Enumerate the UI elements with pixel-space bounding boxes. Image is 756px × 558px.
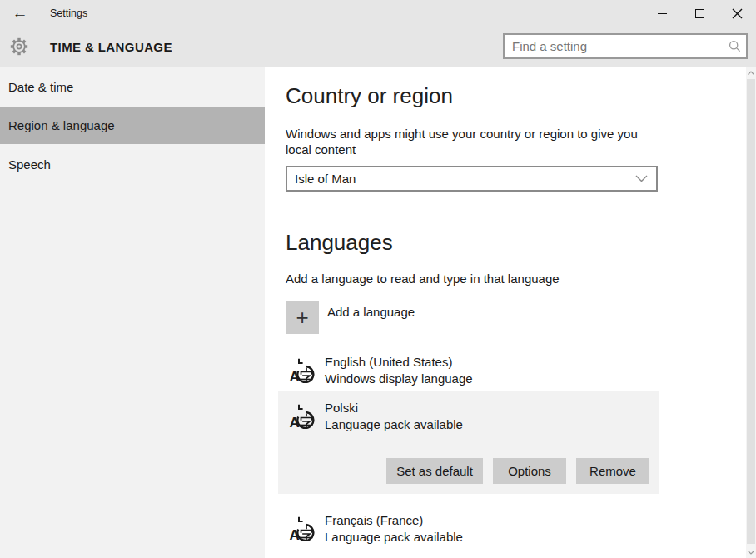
vertical-scrollbar[interactable] (746, 67, 756, 558)
language-icon: A (288, 353, 316, 383)
sidebar-item-label: Region & language (8, 118, 115, 132)
svg-text:A: A (290, 527, 300, 541)
language-status: Windows display language (325, 371, 473, 387)
options-button[interactable]: Options (493, 458, 566, 484)
language-actions: Set as default Options Remove (386, 458, 649, 484)
language-name: Polski (325, 400, 463, 416)
close-icon (732, 8, 743, 19)
sidebar: Date & time Region & language Speech (0, 67, 265, 558)
set-as-default-button[interactable]: Set as default (386, 458, 483, 484)
remove-button[interactable]: Remove (576, 458, 649, 484)
sidebar-item-speech[interactable]: Speech (0, 144, 265, 184)
language-row-polski[interactable]: A Polski Language pack available (278, 391, 659, 494)
sidebar-item-date-time[interactable]: Date & time (0, 67, 265, 107)
language-icon: A (288, 511, 316, 541)
language-icon: A (288, 399, 316, 429)
page-title: TIME & LANGUAGE (50, 27, 172, 67)
country-or-region-heading: Country or region (286, 83, 453, 109)
country-description-line1: Windows and apps might use your country … (286, 126, 638, 142)
maximize-button[interactable] (681, 0, 719, 27)
scrollbar-up-icon[interactable] (746, 67, 756, 78)
language-name: Français (France) (325, 512, 463, 529)
languages-description: Add a language to read and type in that … (286, 272, 560, 286)
search-input[interactable] (505, 35, 723, 57)
titlebar: ← Settings (0, 0, 756, 27)
country-description-line2: local content (286, 142, 638, 157)
language-status: Language pack available (325, 529, 463, 546)
country-dropdown[interactable]: Isle of Man (286, 166, 658, 192)
app-title: Settings (50, 0, 87, 27)
maximize-icon (695, 9, 704, 18)
scrollbar-down-icon[interactable] (746, 546, 756, 558)
language-status: Language pack available (325, 416, 463, 433)
main-content: Country or region Windows and apps might… (265, 67, 746, 558)
sidebar-item-label: Speech (8, 157, 51, 172)
language-row-english[interactable]: A English (United States) Windows displa… (278, 346, 659, 391)
sidebar-item-label: Date & time (8, 80, 73, 94)
country-dropdown-value: Isle of Man (295, 172, 356, 186)
gear-icon (8, 36, 30, 57)
back-arrow-icon: ← (12, 4, 28, 22)
add-language-label: Add a language (327, 305, 415, 319)
minimize-icon (658, 13, 667, 14)
scrollbar-thumb[interactable] (747, 79, 755, 544)
top-band: ← Settings (0, 0, 756, 67)
language-row-francais[interactable]: A Français (France) Language pack availa… (278, 504, 659, 550)
plus-icon: + (286, 301, 319, 334)
window-controls (644, 0, 756, 27)
back-button[interactable]: ← (7, 0, 33, 27)
language-list: A English (United States) Windows displa… (278, 346, 659, 550)
close-button[interactable] (719, 0, 756, 27)
languages-heading: Languages (286, 230, 393, 256)
country-description: Windows and apps might use your country … (286, 126, 638, 157)
search-box[interactable] (503, 33, 748, 59)
chevron-down-icon (635, 175, 648, 182)
add-language-button[interactable]: + Add a language (286, 301, 415, 334)
svg-text:A: A (290, 415, 300, 429)
minimize-button[interactable] (644, 0, 681, 27)
language-name: English (United States) (325, 354, 473, 371)
svg-text:A: A (290, 369, 300, 383)
sidebar-item-region-language[interactable]: Region & language (0, 107, 265, 144)
search-icon[interactable] (723, 40, 746, 52)
page-header: TIME & LANGUAGE (0, 27, 756, 67)
